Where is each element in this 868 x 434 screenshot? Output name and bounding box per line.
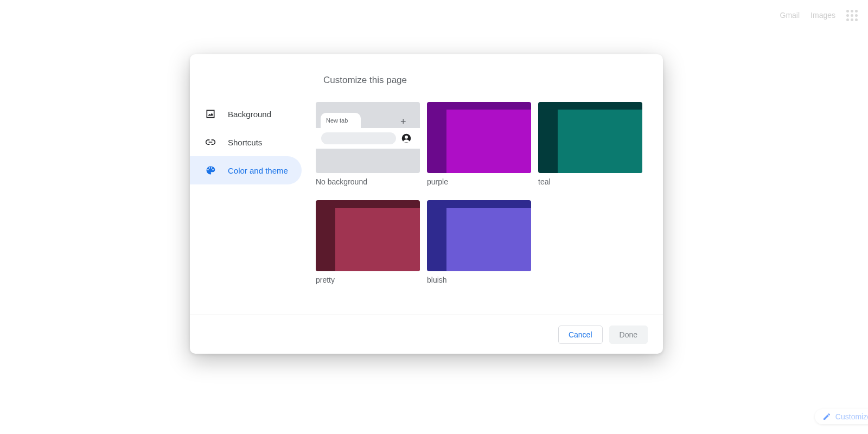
dialog-footer: Cancel Done [190,315,663,354]
sidebar-item-color-theme[interactable]: Color and theme [190,156,302,184]
sidebar-item-label: Color and theme [228,166,288,175]
theme-inner-frame [558,110,642,173]
theme-label: pretty [316,276,420,284]
dialog-sidebar: Background Shortcuts Color and theme [190,54,316,315]
background-icon [205,108,216,119]
gmail-link[interactable]: Gmail [780,11,800,20]
plus-icon: + [400,116,406,127]
page-top-links: Gmail Images [780,10,857,21]
theme-tile[interactable] [427,200,531,271]
theme-tile[interactable]: New tab+ [316,102,420,173]
sidebar-item-label: Background [228,110,271,119]
theme-tile[interactable] [427,102,531,173]
theme-tile-wrap: pretty [316,200,420,284]
sidebar-item-label: Shortcuts [228,138,262,147]
theme-tile[interactable] [538,102,642,173]
theme-tile-wrap: bluish [427,200,531,284]
images-link[interactable]: Images [810,11,835,20]
theme-scroll-area[interactable]: New tab+No backgroundpurpletealprettyblu… [316,102,663,315]
theme-inner-frame [446,110,531,173]
done-button[interactable]: Done [609,326,648,344]
theme-tile-wrap: teal [538,102,642,186]
theme-inner-frame [335,208,420,271]
theme-grid: New tab+No backgroundpurpletealprettyblu… [316,102,660,284]
mock-omnibox [321,132,396,144]
theme-label: teal [538,177,642,186]
cancel-button[interactable]: Cancel [558,326,603,344]
apps-grid-icon[interactable] [846,10,857,21]
theme-label: No background [316,177,420,186]
pencil-icon [822,412,831,421]
dialog-main: Customize this page New tab+No backgroun… [316,54,663,315]
person-icon [401,133,411,143]
sidebar-item-shortcuts[interactable]: Shortcuts [190,128,302,156]
dialog-body: Background Shortcuts Color and theme Cus… [190,54,663,315]
theme-tile-wrap: New tab+No background [316,102,420,186]
theme-label: purple [427,177,531,186]
theme-tile[interactable] [316,200,420,271]
sidebar-item-background[interactable]: Background [190,100,302,128]
customize-button-label: Customize [835,412,868,421]
customize-button[interactable]: Customize [815,409,868,424]
customize-dialog: Background Shortcuts Color and theme Cus… [190,54,663,354]
palette-icon [205,165,216,176]
theme-inner-frame [446,208,531,271]
dialog-title: Customize this page [323,75,663,86]
svg-point-1 [405,136,408,139]
theme-tile-wrap: purple [427,102,531,186]
mock-tab: New tab [321,113,361,128]
link-icon [205,137,216,148]
theme-label: bluish [427,276,531,284]
